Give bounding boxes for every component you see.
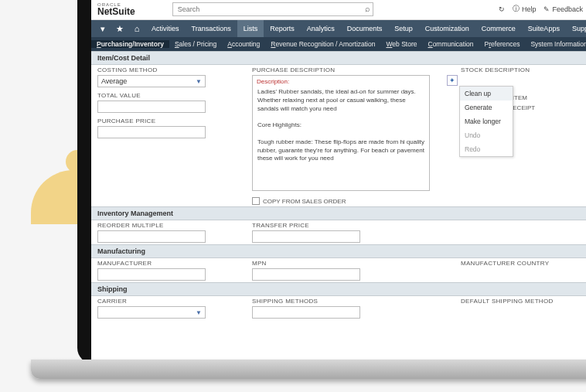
- total-value-input[interactable]: [97, 101, 206, 113]
- laptop-base: [31, 360, 586, 379]
- nav-activities[interactable]: Activities: [145, 20, 186, 37]
- main-nav: ▾ ★ ⌂ Activities Transactions Lists Repo…: [91, 20, 586, 37]
- purchase-price-input[interactable]: [97, 126, 206, 138]
- manufacturer-country-label: MANUFACTURER COUNTRY: [461, 260, 577, 267]
- desc-inner-label: Description:: [257, 78, 289, 85]
- transfer-price-input[interactable]: [252, 230, 360, 243]
- manufacturer-input[interactable]: [97, 268, 206, 281]
- subnav-sales[interactable]: Sales / Pricing: [169, 40, 222, 48]
- subnav-revenue[interactable]: Revenue Recognition / Amortization: [265, 40, 380, 48]
- costing-method-select[interactable]: Average ▼: [97, 75, 206, 87]
- manufacturer-label: MANUFACTURER: [97, 260, 237, 267]
- ai-menu-generate[interactable]: Generate: [460, 101, 513, 114]
- section-manufacturing: Manufacturing: [91, 244, 586, 258]
- section-shipping: Shipping: [91, 282, 586, 296]
- stock-desc-label: STOCK DESCRIPTION: [461, 66, 577, 73]
- carrier-select[interactable]: ▼: [97, 306, 206, 319]
- nav-reports[interactable]: Reports: [264, 20, 301, 37]
- help-link[interactable]: ⓘ Help: [513, 4, 537, 14]
- ai-menu-redo[interactable]: Redo: [460, 142, 513, 156]
- default-shipping-label: DEFAULT SHIPPING METHOD: [461, 298, 577, 305]
- subnav-system[interactable]: System Information: [525, 40, 586, 48]
- search-icon[interactable]: ⌕: [365, 4, 370, 13]
- ai-menu-cleanup[interactable]: Clean up: [460, 87, 513, 101]
- dropdown-caret-icon: ▼: [196, 309, 202, 316]
- ai-menu-make-longer[interactable]: Make longer: [460, 114, 513, 128]
- nav-documents[interactable]: Documents: [341, 20, 389, 37]
- search-input[interactable]: [172, 2, 373, 16]
- brand-bottom: NetSuite: [97, 7, 135, 16]
- nav-menu-icon[interactable]: ▾: [94, 20, 111, 37]
- nav-support[interactable]: Support: [566, 20, 586, 37]
- reorder-input[interactable]: [97, 230, 206, 243]
- sub-nav: Purchasing/Inventory Sales / Pricing Acc…: [91, 37, 586, 51]
- purchase-desc-textarea[interactable]: [252, 75, 430, 191]
- top-bar: ORACLE NetSuite ⌕ ↻ ⓘ Help ✎ Feedback: [91, 0, 586, 20]
- search-wrap: ⌕: [172, 2, 373, 16]
- nav-analytics[interactable]: Analytics: [301, 20, 341, 37]
- feedback-link[interactable]: ✎ Feedback: [543, 5, 583, 13]
- subnav-webstore[interactable]: Web Store: [380, 40, 422, 48]
- mpn-input[interactable]: [252, 268, 360, 281]
- nav-lists[interactable]: Lists: [237, 20, 264, 37]
- mpn-label: MPN: [252, 260, 445, 267]
- subnav-communication[interactable]: Communication: [422, 40, 479, 48]
- refresh-icon[interactable]: ↻: [499, 5, 505, 13]
- help-label: Help: [522, 5, 537, 13]
- subnav-accounting[interactable]: Accounting: [222, 40, 265, 48]
- middle-column: PURCHASE DESCRIPTION Description: ✦ Clea…: [252, 66, 445, 205]
- ai-assist-button[interactable]: ✦: [447, 75, 458, 86]
- top-right-links: ↻ ⓘ Help ✎ Feedback: [499, 4, 583, 14]
- dropdown-caret-icon: ▼: [196, 78, 202, 85]
- nav-setup[interactable]: Setup: [388, 20, 419, 37]
- shipping-methods-input[interactable]: [252, 306, 360, 319]
- total-value-label: TOTAL VALUE: [97, 92, 237, 99]
- left-column: COSTING METHOD Average ▼ TOTAL VALUE PUR…: [97, 66, 237, 205]
- app-screen: ORACLE NetSuite ⌕ ↻ ⓘ Help ✎ Feedback ▾ …: [91, 0, 586, 363]
- costing-method-label: COSTING METHOD: [97, 66, 237, 73]
- section-inventory: Inventory Management: [91, 206, 586, 220]
- transfer-price-label: TRANSFER PRICE: [252, 222, 445, 229]
- laptop-frame: ORACLE NetSuite ⌕ ↻ ⓘ Help ✎ Feedback ▾ …: [77, 0, 586, 363]
- content-area: Item/Cost Detail COSTING METHOD Average …: [91, 51, 586, 320]
- costing-method-value: Average: [101, 77, 127, 85]
- section-item-cost: Item/Cost Detail: [91, 51, 586, 65]
- nav-customization[interactable]: Customization: [419, 20, 475, 37]
- copy-from-so-checkbox[interactable]: [252, 197, 260, 205]
- feedback-label: Feedback: [552, 5, 583, 13]
- purchase-desc-label: PURCHASE DESCRIPTION: [252, 66, 445, 73]
- ai-assist-menu: Clean up Generate Make longer Undo Redo: [459, 86, 513, 157]
- nav-commerce[interactable]: Commerce: [475, 20, 522, 37]
- ai-menu-undo[interactable]: Undo: [460, 128, 513, 142]
- nav-transactions[interactable]: Transactions: [186, 20, 237, 37]
- subnav-preferences[interactable]: Preferences: [479, 40, 526, 48]
- reorder-label: REORDER MULTIPLE: [97, 222, 237, 229]
- shipping-methods-label: SHIPPING METHODS: [252, 298, 445, 305]
- brand-logo: ORACLE NetSuite: [97, 2, 135, 16]
- subnav-purchasing[interactable]: Purchasing/Inventory: [91, 40, 169, 48]
- copy-from-so-label: COPY FROM SALES ORDER: [263, 198, 346, 205]
- nav-star-icon[interactable]: ★: [111, 20, 128, 37]
- carrier-label: CARRIER: [97, 298, 237, 305]
- nav-suiteapps[interactable]: SuiteApps: [522, 20, 566, 37]
- nav-home-icon[interactable]: ⌂: [128, 20, 145, 37]
- purchase-price-label: PURCHASE PRICE: [97, 118, 237, 124]
